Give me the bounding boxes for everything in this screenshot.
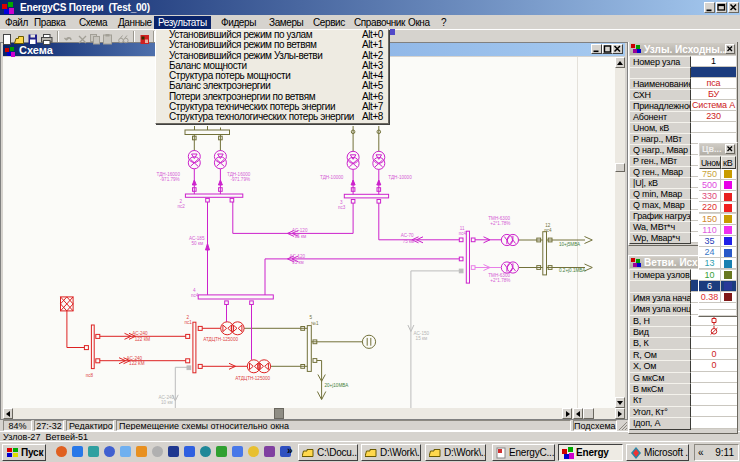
svg-text:95 км: 95 км (295, 234, 307, 239)
svg-text:0.2+j0.1МВА: 0.2+j0.1МВА (559, 268, 586, 273)
svg-text:пс4: пс4 (459, 231, 467, 236)
svg-text:5: 5 (310, 315, 313, 320)
svg-text:АС-120: АС-120 (290, 254, 306, 259)
svg-text:95 км: 95 км (292, 260, 304, 265)
svg-text:пс8: пс8 (86, 373, 94, 378)
svg-text:15 км: 15 км (416, 336, 428, 341)
svg-text:АС-240: АС-240 (132, 331, 148, 336)
svg-text:10+j5МВА: 10+j5МВА (559, 242, 581, 247)
svg-text:+2°1.78%: +2°1.78% (490, 221, 510, 226)
svg-text:АС-70: АС-70 (401, 233, 414, 238)
svg-text:122 КМ: 122 КМ (129, 361, 145, 366)
svg-text:пс3: пс3 (338, 205, 346, 210)
svg-text:пс1: пс1 (185, 320, 193, 325)
svg-text:ТДН-10000: ТДН-10000 (320, 175, 344, 180)
svg-text:АС-240: АС-240 (127, 356, 143, 361)
svg-text:АС-120: АС-120 (292, 228, 308, 233)
svg-text:75 км: 75 км (403, 239, 415, 244)
svg-text:2: 2 (187, 315, 190, 320)
svg-text:-971.79%: -971.79% (230, 177, 250, 182)
svg-text:-971.79%: -971.79% (160, 177, 180, 182)
svg-text:№1: №1 (311, 321, 319, 326)
svg-text:10 км: 10 км (161, 400, 173, 405)
svg-text:122 КМ: 122 КМ (135, 337, 151, 342)
svg-text:ТДН-10000: ТДН-10000 (388, 175, 412, 180)
svg-text:пс2: пс2 (178, 204, 186, 209)
svg-text:АТДЦТН-125000: АТДЦТН-125000 (203, 337, 238, 342)
svg-text:50 км: 50 км (192, 241, 204, 246)
svg-text:+2°1.78%: +2°1.78% (490, 278, 510, 283)
svg-text:20+j10МВА: 20+j10МВА (325, 383, 350, 388)
svg-text:АТДЦТН-125000: АТДЦТН-125000 (235, 376, 270, 381)
svg-text:пс4: пс4 (191, 293, 199, 298)
svg-text:пс4: пс4 (544, 228, 552, 233)
